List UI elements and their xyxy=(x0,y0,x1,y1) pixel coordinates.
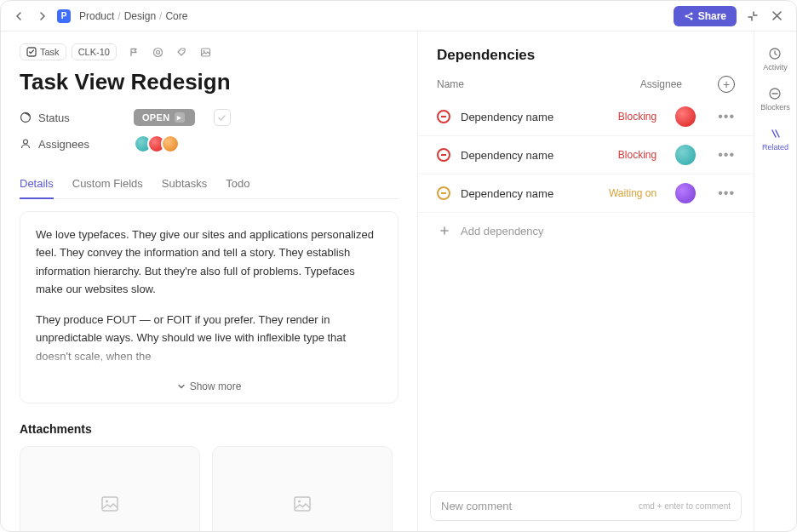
comment-hint: cmd + enter to comment xyxy=(639,501,731,511)
blocking-icon xyxy=(437,148,450,162)
side-activity[interactable]: Activity xyxy=(763,47,788,72)
nav-back-icon[interactable] xyxy=(13,9,26,23)
dependency-tag: Waiting on xyxy=(609,187,657,199)
add-dependency-label: Add dependency xyxy=(461,225,544,237)
image-icon xyxy=(293,495,312,513)
waiting-icon xyxy=(437,186,450,200)
comment-input[interactable]: New comment cmd + enter to comment xyxy=(430,491,742,521)
project-icon[interactable]: P xyxy=(57,9,71,23)
status-icon xyxy=(20,112,32,123)
side-rail: Activity Blockers Related xyxy=(754,31,796,532)
status-label: Status xyxy=(20,112,122,124)
avatar[interactable] xyxy=(161,134,180,153)
svg-rect-13 xyxy=(295,497,310,511)
nav-forward-icon[interactable] xyxy=(35,9,49,23)
share-button[interactable]: Share xyxy=(674,6,737,26)
svg-point-8 xyxy=(204,50,205,52)
collapse-icon[interactable] xyxy=(745,9,760,24)
breadcrumb[interactable]: Product/Design/Core xyxy=(79,10,187,22)
task-type-chip[interactable]: Task xyxy=(20,43,66,60)
status-pill[interactable]: OPEN ▸ xyxy=(134,109,195,126)
chevron-down-icon xyxy=(177,382,186,391)
add-dependency-button[interactable]: Add dependency xyxy=(418,213,754,249)
blockers-icon xyxy=(768,87,782,100)
description-paragraph[interactable]: We love typefaces. They give our sites a… xyxy=(36,226,382,299)
row-menu-icon[interactable]: ••• xyxy=(718,109,735,124)
image-icon xyxy=(100,495,119,513)
svg-point-10 xyxy=(24,140,28,144)
main-panel: Task CLK-10 Task View Redesign Status OP… xyxy=(1,31,418,532)
avatar[interactable] xyxy=(675,106,696,127)
attachment-placeholder[interactable] xyxy=(212,446,393,532)
status-value: OPEN xyxy=(142,112,169,123)
svg-point-2 xyxy=(690,17,692,20)
add-dependency-icon[interactable]: + xyxy=(718,76,735,93)
dependency-row[interactable]: Dependency name Blocking ••• xyxy=(418,136,754,174)
svg-rect-11 xyxy=(102,497,118,511)
comment-placeholder: New comment xyxy=(441,500,512,512)
dependency-name: Dependency name xyxy=(461,149,608,162)
attachments-heading: Attachments xyxy=(20,422,398,436)
flag-icon[interactable] xyxy=(129,46,140,58)
dependency-name: Dependency name xyxy=(461,111,608,123)
related-icon xyxy=(769,127,783,140)
task-title[interactable]: Task View Redesign xyxy=(20,69,398,95)
row-menu-icon[interactable]: ••• xyxy=(718,186,735,201)
blocking-icon xyxy=(437,110,450,123)
share-icon xyxy=(684,11,694,21)
avatar[interactable] xyxy=(675,145,696,165)
share-label: Share xyxy=(698,10,726,22)
tab-details[interactable]: Details xyxy=(20,169,54,198)
assignee-avatars[interactable] xyxy=(134,134,180,153)
dependencies-heading: Dependencies xyxy=(437,47,535,64)
tabs: Details Custom Fields Subtasks Todo xyxy=(20,169,398,199)
side-blockers[interactable]: Blockers xyxy=(760,87,790,112)
svg-point-4 xyxy=(154,48,163,56)
complete-checkbox[interactable] xyxy=(214,109,231,126)
image-icon[interactable] xyxy=(200,46,212,58)
tab-todo[interactable]: Todo xyxy=(226,169,249,198)
breadcrumb-item[interactable]: Design xyxy=(124,10,156,22)
task-type-label: Task xyxy=(40,47,60,57)
attachment-placeholder[interactable] xyxy=(20,446,200,532)
col-assignee: Assignee xyxy=(640,78,718,90)
activity-icon xyxy=(768,47,782,60)
svg-point-0 xyxy=(690,12,692,14)
svg-point-5 xyxy=(157,50,160,54)
tag-icon[interactable] xyxy=(176,46,188,58)
tab-subtasks[interactable]: Subtasks xyxy=(162,169,207,198)
close-icon[interactable] xyxy=(769,9,784,24)
dependencies-panel: Dependencies Name Assignee + Dependency … xyxy=(418,31,754,532)
task-icon xyxy=(26,47,37,57)
topbar: P Product/Design/Core Share xyxy=(1,1,796,31)
col-name: Name xyxy=(437,78,464,90)
breadcrumb-item[interactable]: Product xyxy=(79,10,114,22)
row-menu-icon[interactable]: ••• xyxy=(718,147,735,163)
dependency-row[interactable]: Dependency name Waiting on ••• xyxy=(418,174,754,213)
dependency-tag: Blocking xyxy=(618,149,657,161)
svg-point-14 xyxy=(298,500,301,502)
breadcrumb-item[interactable]: Core xyxy=(165,10,187,22)
side-related[interactable]: Related xyxy=(762,127,788,152)
show-more-button[interactable]: Show more xyxy=(36,377,382,396)
svg-point-1 xyxy=(685,14,687,17)
assignees-label: Assignees xyxy=(20,138,122,151)
svg-point-12 xyxy=(106,500,108,502)
description-card: We love typefaces. They give our sites a… xyxy=(20,211,398,403)
target-icon[interactable] xyxy=(152,46,164,58)
dependency-tag: Blocking xyxy=(618,111,657,123)
svg-point-6 xyxy=(183,49,185,51)
person-icon xyxy=(20,138,32,150)
task-id-chip[interactable]: CLK-10 xyxy=(72,43,117,60)
dependency-name: Dependency name xyxy=(461,187,599,200)
avatar[interactable] xyxy=(675,183,696,203)
plus-icon xyxy=(437,223,452,238)
tab-custom-fields[interactable]: Custom Fields xyxy=(72,169,143,198)
dependency-row[interactable]: Dependency name Blocking ••• xyxy=(418,98,754,136)
